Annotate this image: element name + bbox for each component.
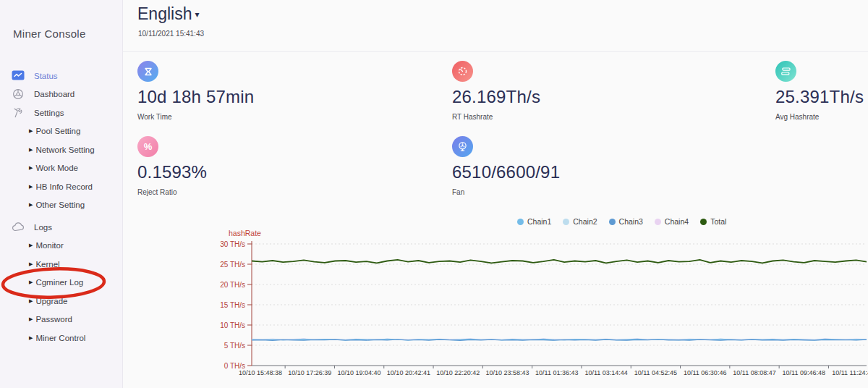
dashboard-icon bbox=[12, 88, 25, 101]
svg-text:10/11 09:46:48: 10/11 09:46:48 bbox=[783, 369, 825, 376]
work-time-value: 10d 18h 57min bbox=[137, 87, 254, 107]
sidebar-item-other-setting[interactable]: ▶Other Setting bbox=[0, 196, 123, 215]
header: English▾ 10/11/2021 15:41:43 bbox=[123, 0, 868, 52]
triangle-bullet-icon: ▶ bbox=[29, 128, 33, 134]
avg-hashrate-value: 25.391Th/s bbox=[775, 87, 864, 107]
fan-value: 6510/6600/91 bbox=[452, 162, 560, 182]
hashrate-chart-section: Chain1Chain2Chain3Chain4Total hashRate 0… bbox=[123, 210, 868, 388]
sidebar-item-hb-info-record[interactable]: ▶HB Info Record bbox=[0, 177, 123, 196]
sidebar-item-miner-control[interactable]: ▶Miner Control bbox=[0, 329, 123, 347]
reject-ratio-value: 0.1593% bbox=[137, 162, 207, 182]
logs-icon bbox=[12, 221, 25, 234]
svg-text:10/10 22:20:42: 10/10 22:20:42 bbox=[436, 369, 480, 376]
svg-text:5 TH/s: 5 TH/s bbox=[224, 342, 245, 350]
triangle-bullet-icon: ▶ bbox=[29, 146, 33, 152]
sidebar-item-label: Dashboard bbox=[34, 90, 75, 98]
settings-icon bbox=[12, 106, 25, 119]
sidebar-item-settings[interactable]: Settings bbox=[0, 104, 123, 122]
server-lines-icon bbox=[775, 61, 796, 82]
svg-text:10 TH/s: 10 TH/s bbox=[220, 321, 245, 329]
sidebar-item-password[interactable]: ▶Password bbox=[0, 311, 123, 329]
triangle-bullet-icon: ▶ bbox=[29, 183, 33, 189]
sidebar-item-label: Pool Setting bbox=[35, 127, 80, 135]
sidebar-item-label: Settings bbox=[34, 109, 64, 117]
svg-text:25 TH/s: 25 TH/s bbox=[220, 261, 245, 269]
sidebar-item-label: Miner Control bbox=[35, 334, 85, 342]
triangle-bullet-icon: ▶ bbox=[29, 261, 33, 266]
language-dropdown[interactable]: English▾ bbox=[137, 4, 199, 24]
sidebar-item-kernel[interactable]: ▶Kernel bbox=[0, 255, 123, 274]
status-icon bbox=[12, 69, 25, 83]
sidebar-item-label: Status bbox=[34, 72, 58, 80]
current-timestamp: 10/11/2021 15:41:43 bbox=[138, 30, 204, 38]
app-title: Miner Console bbox=[0, 0, 122, 40]
sidebar-item-label: Password bbox=[35, 315, 72, 324]
svg-text:10/10 19:04:40: 10/10 19:04:40 bbox=[338, 369, 381, 376]
svg-text:10/11 01:36:43: 10/11 01:36:43 bbox=[535, 369, 578, 376]
triangle-bullet-icon: ▶ bbox=[29, 279, 33, 285]
sidebar-item-label: Logs bbox=[34, 223, 52, 232]
svg-text:10/10 15:48:38: 10/10 15:48:38 bbox=[239, 369, 282, 376]
sidebar-item-work-mode[interactable]: ▶Work Mode bbox=[0, 159, 123, 178]
svg-text:10/11 08:08:47: 10/11 08:08:47 bbox=[733, 369, 775, 376]
language-label: English bbox=[137, 4, 192, 23]
sidebar-item-label: Cgminer Log bbox=[35, 278, 83, 287]
svg-text:15 TH/s: 15 TH/s bbox=[220, 301, 245, 309]
svg-text:10/11 03:14:44: 10/11 03:14:44 bbox=[584, 369, 627, 376]
svg-text:10/11 04:52:45: 10/11 04:52:45 bbox=[634, 369, 677, 376]
sidebar-item-label: Other Setting bbox=[35, 201, 85, 209]
fan-icon bbox=[452, 136, 473, 157]
work-time-label: Work Time bbox=[137, 113, 254, 121]
sidebar-item-dashboard[interactable]: Dashboard bbox=[0, 85, 123, 104]
fan-label: Fan bbox=[452, 188, 560, 196]
rt-hashrate-value: 26.169Th/s bbox=[452, 87, 540, 107]
miner-console-app: Miner Console StatusDashboardSettings▶Po… bbox=[0, 0, 868, 388]
triangle-bullet-icon: ▶ bbox=[29, 242, 33, 248]
triangle-bullet-icon: ▶ bbox=[29, 334, 33, 340]
svg-text:0 TH/s: 0 TH/s bbox=[224, 362, 245, 370]
sidebar-item-label: Network Setting bbox=[35, 146, 94, 154]
triangle-bullet-icon: ▶ bbox=[29, 202, 33, 208]
sidebar-item-label: Monitor bbox=[35, 241, 63, 250]
svg-text:10/11 11:24:49: 10/11 11:24:49 bbox=[832, 369, 868, 376]
svg-text:10/11 06:30:46: 10/11 06:30:46 bbox=[684, 369, 726, 376]
avg-hashrate-label: Avg Hashrate bbox=[775, 113, 864, 121]
reject-ratio-label: Reject Ratio bbox=[137, 188, 207, 196]
sidebar-item-label: HB Info Record bbox=[35, 182, 93, 191]
triangle-bullet-icon: ▶ bbox=[29, 165, 33, 171]
svg-text:10/10 20:42:41: 10/10 20:42:41 bbox=[387, 369, 430, 376]
sidebar-item-upgrade[interactable]: ▶Upgrade bbox=[0, 292, 123, 311]
hourglass-icon bbox=[137, 61, 158, 82]
main-content: English▾ 10/11/2021 15:41:43 10d 18h 57m… bbox=[123, 0, 868, 388]
rt-hashrate-label: RT Hashrate bbox=[452, 113, 540, 121]
hashrate-chart: 0 TH/s5 TH/s10 TH/s15 TH/s20 TH/s25 TH/s… bbox=[123, 210, 868, 388]
sidebar-nav: StatusDashboardSettings▶Pool Setting▶Net… bbox=[0, 67, 123, 347]
reject-ratio-card: % 0.1593% Reject Ratio bbox=[137, 136, 207, 196]
fan-card: 6510/6600/91 Fan bbox=[452, 136, 560, 196]
percent-icon: % bbox=[137, 136, 158, 157]
svg-text:10/10 17:26:39: 10/10 17:26:39 bbox=[288, 369, 331, 376]
sidebar-item-monitor[interactable]: ▶Monitor bbox=[0, 237, 123, 256]
svg-text:10/10 23:58:43: 10/10 23:58:43 bbox=[485, 369, 529, 376]
sidebar-item-label: Work Mode bbox=[35, 164, 78, 172]
svg-text:30 TH/s: 30 TH/s bbox=[220, 240, 245, 248]
triangle-bullet-icon: ▶ bbox=[29, 298, 33, 303]
sidebar-item-label: Kernel bbox=[35, 260, 59, 269]
sidebar-item-label: Upgrade bbox=[35, 297, 67, 305]
svg-text:20 TH/s: 20 TH/s bbox=[220, 281, 245, 289]
work-time-card: 10d 18h 57min Work Time bbox=[137, 61, 254, 121]
sidebar-item-pool-setting[interactable]: ▶Pool Setting bbox=[0, 122, 123, 141]
avg-hashrate-card: 25.391Th/s Avg Hashrate bbox=[775, 61, 864, 121]
sidebar: Miner Console StatusDashboardSettings▶Po… bbox=[0, 0, 123, 388]
chevron-down-icon: ▾ bbox=[195, 9, 199, 20]
rt-hashrate-card: 26.169Th/s RT Hashrate bbox=[452, 61, 540, 121]
sidebar-item-network-setting[interactable]: ▶Network Setting bbox=[0, 140, 123, 159]
sidebar-item-logs[interactable]: Logs bbox=[0, 218, 123, 237]
sidebar-item-cgminer-log[interactable]: ▶Cgminer Log bbox=[0, 274, 123, 292]
triangle-bullet-icon: ▶ bbox=[29, 316, 33, 322]
gauge-icon bbox=[452, 61, 473, 82]
sidebar-item-status[interactable]: Status bbox=[0, 67, 123, 85]
